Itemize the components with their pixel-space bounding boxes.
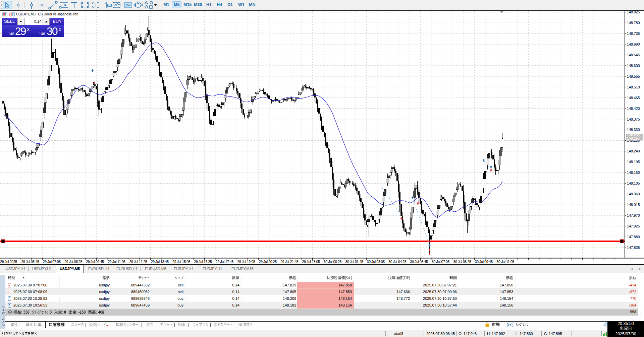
svg-text:29 Jul 20:25: 29 Jul 20:25 [259, 260, 277, 264]
svg-text:148.293: 148.293 [627, 136, 640, 140]
svg-text:29 Jul 05:45: 29 Jul 05:45 [21, 260, 39, 264]
svg-text:29 Jul 11:05: 29 Jul 11:05 [108, 260, 125, 264]
svg-text:30 Jul 08:25: 30 Jul 08:25 [453, 260, 471, 264]
svg-text:30 Jul 04:25: 30 Jul 04:25 [388, 260, 407, 264]
svg-text:148.420: 148.420 [627, 107, 640, 111]
svg-text:148.150: 148.150 [627, 171, 640, 175]
svg-text:148.825: 148.825 [627, 10, 640, 14]
svg-text:147.880: 147.880 [627, 235, 640, 239]
svg-text:29 Jul 23:05: 29 Jul 23:05 [302, 260, 320, 264]
svg-text:29 Jul 15:05: 29 Jul 15:05 [172, 260, 191, 264]
svg-text:29 Jul 09:45: 29 Jul 09:45 [86, 260, 104, 264]
svg-text:148.735: 148.735 [627, 31, 640, 36]
svg-text:30 Jul 11:05: 30 Jul 11:05 [497, 260, 515, 264]
svg-text:148.375: 148.375 [627, 117, 640, 121]
svg-text:29 Jul 17:45: 29 Jul 17:45 [216, 260, 234, 264]
svg-text:147.970: 147.970 [627, 213, 640, 217]
svg-text:148.510: 148.510 [627, 85, 640, 89]
svg-text:148.015: 148.015 [627, 203, 640, 207]
svg-text:148.600: 148.600 [627, 64, 640, 68]
svg-text:29 Jul 07:05: 29 Jul 07:05 [43, 260, 61, 264]
svg-text:148.555: 148.555 [627, 74, 640, 78]
svg-text:29 Jul 19:05: 29 Jul 19:05 [237, 260, 255, 264]
svg-text:30 Jul 01:45: 30 Jul 01:45 [345, 260, 363, 264]
svg-text:148.105: 148.105 [627, 181, 640, 185]
svg-text:30 Jul 07:05: 30 Jul 07:05 [432, 260, 450, 264]
svg-text:148.195: 148.195 [627, 160, 640, 164]
svg-text:29 Jul 2025: 29 Jul 2025 [0, 260, 17, 264]
svg-text:29 Jul 08:25: 29 Jul 08:25 [64, 260, 83, 264]
svg-text:148.780: 148.780 [627, 21, 640, 25]
svg-text:148.690: 148.690 [627, 42, 640, 46]
svg-text:29 Jul 12:25: 29 Jul 12:25 [129, 260, 147, 264]
svg-text:147.925: 147.925 [627, 224, 640, 228]
svg-text:148.240: 148.240 [627, 149, 640, 153]
svg-text:30 Jul 05:45: 30 Jul 05:45 [410, 260, 428, 264]
svg-text:29 Jul 13:45: 29 Jul 13:45 [151, 260, 169, 264]
svg-text:147.835: 147.835 [627, 246, 640, 250]
svg-text:OK: OK [126, 4, 131, 7]
svg-text:30 Jul 00:25: 30 Jul 00:25 [324, 260, 342, 264]
svg-text:30 Jul 03:05: 30 Jul 03:05 [367, 260, 385, 264]
svg-text:29 Jul 21:45: 29 Jul 21:45 [280, 260, 299, 264]
svg-text:148.330: 148.330 [627, 128, 640, 132]
svg-text:USDJPY, M5: US Dollar vs Japa: USDJPY, M5: US Dollar vs Japanese Yen [16, 12, 78, 16]
svg-text:148.645: 148.645 [627, 53, 640, 57]
svg-text:148.060: 148.060 [627, 192, 640, 196]
svg-text:30 Jul 09:45: 30 Jul 09:45 [475, 260, 493, 264]
svg-text:148.465: 148.465 [627, 96, 640, 100]
svg-text:29 Jul 16:25: 29 Jul 16:25 [194, 260, 212, 264]
